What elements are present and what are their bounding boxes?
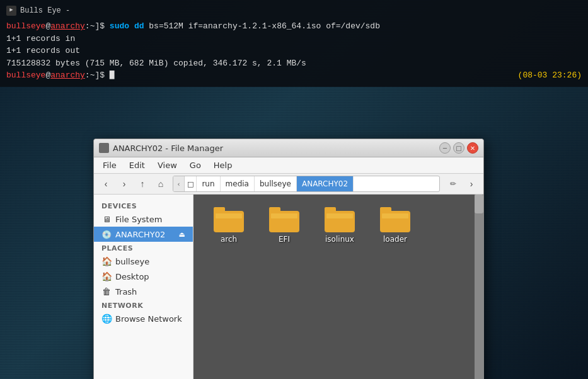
- fm-sidebar: DEVICES 🖥 File System 💿 ANARCHY02 ⏏ PLAC…: [94, 195, 193, 379]
- folder-isolinux[interactable]: isolinux: [314, 205, 365, 246]
- folder-isolinux-icon: [325, 207, 355, 232]
- sidebar-item-filesystem-label: File System: [115, 215, 162, 224]
- trash-icon: 🗑: [101, 286, 112, 297]
- terminal-title: Bulls Eye -: [20, 5, 70, 16]
- fm-bc-item-run[interactable]: run: [197, 176, 220, 191]
- folder-arch-icon: [214, 207, 244, 232]
- fm-close-button[interactable]: ✕: [467, 142, 478, 154]
- fm-menu-help[interactable]: Help: [209, 159, 238, 172]
- folder-efi-icon: [269, 207, 299, 232]
- fm-home-button[interactable]: ⌂: [153, 176, 169, 192]
- folder-isolinux-label: isolinux: [325, 235, 354, 244]
- sidebar-item-anarchy02[interactable]: 💿 ANARCHY02 ⏏: [94, 227, 193, 242]
- terminal-content: bullseye@anarchy:~]$ sudo dd bs=512M if=…: [6, 20, 582, 82]
- fm-bc-next-button[interactable]: ›: [463, 176, 480, 192]
- terminal-line3: 1+1 records out: [6, 45, 582, 57]
- sidebar-item-browse-network[interactable]: 🌐 Browse Network: [94, 311, 193, 326]
- terminal-window: ▶ Bulls Eye - bullseye@anarchy:~]$ sudo …: [0, 0, 588, 87]
- terminal-titlebar: ▶ Bulls Eye -: [6, 5, 582, 16]
- terminal-line2: 1+1 records in: [6, 33, 582, 45]
- terminal-timestamp: (08-03 23:26): [518, 69, 582, 82]
- fm-menu-go[interactable]: Go: [185, 159, 206, 172]
- fm-scrollbar-thumb[interactable]: [475, 195, 483, 213]
- fm-back-button[interactable]: ‹: [98, 176, 114, 192]
- fm-scrollbar[interactable]: [475, 195, 483, 379]
- fm-window-buttons: − □ ✕: [439, 142, 478, 154]
- folder-loader-icon: [380, 207, 410, 232]
- fm-breadcrumb: ‹ □ run media bullseye ANARCHY02: [173, 176, 440, 192]
- fm-maximize-button[interactable]: □: [453, 142, 464, 154]
- sidebar-item-anarchy02-label: ANARCHY02: [115, 230, 165, 239]
- terminal-user: bullseye: [6, 21, 45, 31]
- filesystem-icon: 🖥: [101, 214, 112, 224]
- fm-menu-file[interactable]: File: [98, 159, 122, 172]
- terminal-host: anarchy: [50, 21, 85, 31]
- fm-network-header: NETWORK: [94, 299, 193, 311]
- folder-arch[interactable]: arch: [204, 205, 254, 246]
- fm-menu-edit[interactable]: Edit: [124, 159, 150, 172]
- fm-bc-item-root[interactable]: □: [185, 176, 197, 191]
- terminal-line1: bullseye@anarchy:~]$ sudo dd bs=512M if=…: [6, 20, 582, 33]
- terminal-line4: 715128832 bytes (715 MB, 682 MiB) copied…: [6, 57, 582, 70]
- fm-bc-item-media[interactable]: media: [221, 176, 255, 191]
- fm-devices-header: DEVICES: [94, 200, 193, 212]
- sidebar-item-bullseye[interactable]: 🏠 bullseye: [94, 254, 193, 269]
- sidebar-item-trash-label: Trash: [115, 287, 137, 297]
- fm-up-button[interactable]: ↑: [134, 176, 151, 192]
- terminal-icon: ▶: [6, 6, 16, 16]
- network-icon: 🌐: [101, 314, 112, 324]
- fm-forward-button[interactable]: ›: [116, 176, 132, 192]
- fm-minimize-button[interactable]: −: [439, 142, 451, 154]
- sidebar-item-browse-network-label: Browse Network: [115, 314, 182, 324]
- fm-bc-left-arrow[interactable]: ‹: [173, 176, 185, 191]
- anarchy02-icon: 💿: [101, 229, 112, 239]
- fm-titlebar-icon: [99, 143, 109, 153]
- eject-icon[interactable]: ⏏: [179, 230, 185, 239]
- fm-places-header: PLACES: [94, 242, 193, 254]
- fm-title: ANARCHY02 - File Manager: [113, 144, 439, 153]
- file-manager-window: ANARCHY02 - File Manager − □ ✕ File Edit…: [93, 139, 484, 379]
- sidebar-item-filesystem[interactable]: 🖥 File System: [94, 212, 193, 227]
- fm-bc-item-anarchy02[interactable]: ANARCHY02: [297, 176, 354, 191]
- bullseye-home-icon: 🏠: [101, 256, 112, 266]
- sidebar-item-trash[interactable]: 🗑 Trash: [94, 284, 193, 299]
- folder-arch-label: arch: [221, 235, 237, 244]
- fm-bc-edit-button[interactable]: ✏: [445, 176, 461, 192]
- fm-bc-item-bullseye[interactable]: bullseye: [255, 176, 297, 191]
- folder-efi-label: EFI: [279, 235, 290, 244]
- folder-efi[interactable]: EFI: [259, 205, 309, 246]
- terminal-line5: bullseye@anarchy:~]$ █ (08-03 23:26): [6, 69, 582, 82]
- fm-menubar: File Edit View Go Help: [94, 157, 483, 174]
- desktop-icon: 🏠: [101, 271, 112, 281]
- fm-menu-view[interactable]: View: [153, 159, 182, 172]
- sidebar-item-bullseye-label: bullseye: [115, 257, 149, 266]
- sidebar-item-desktop[interactable]: 🏠 Desktop: [94, 269, 193, 284]
- fm-titlebar: ANARCHY02 - File Manager − □ ✕: [94, 139, 483, 157]
- fm-toolbar: ‹ › ↑ ⌂ ‹ □ run media bullseye ANARCHY02…: [94, 174, 483, 195]
- fm-body: DEVICES 🖥 File System 💿 ANARCHY02 ⏏ PLAC…: [94, 195, 483, 379]
- folder-loader-label: loader: [383, 235, 407, 244]
- folder-loader[interactable]: loader: [370, 205, 420, 246]
- sidebar-item-desktop-label: Desktop: [115, 272, 149, 281]
- fm-content-area: arch EFI isolinux: [193, 195, 475, 379]
